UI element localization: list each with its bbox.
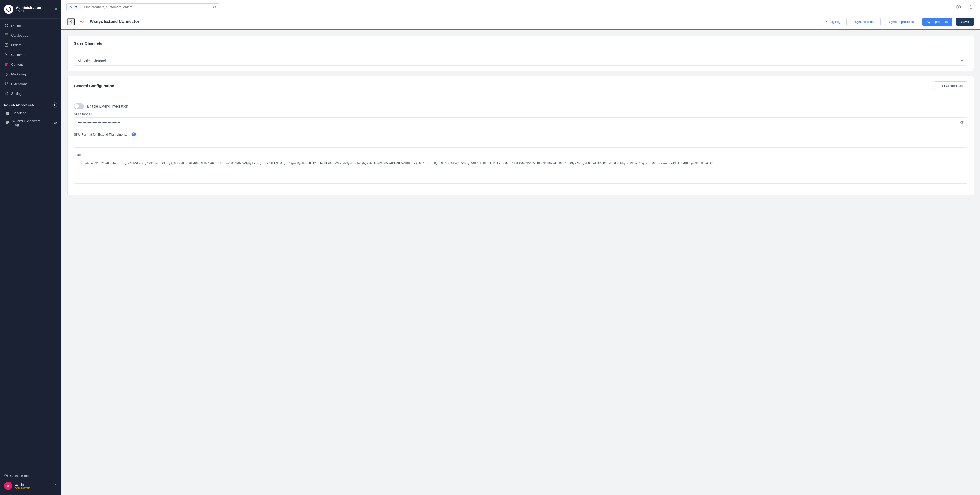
password-toggle-icon[interactable] [960, 120, 964, 125]
svg-rect-4 [5, 34, 8, 37]
general-config-card: General Configuration Test Credentials E… [67, 76, 974, 195]
search-container: All ▼ [66, 3, 220, 11]
sidebar-item-headless[interactable]: Headless [0, 109, 61, 117]
sidebar-item-catalogues[interactable]: Catalogues [0, 30, 61, 40]
api-store-id-input[interactable] [74, 118, 967, 127]
collapse-icon [4, 474, 8, 477]
svg-rect-1 [6, 24, 8, 25]
sales-channels-section-title: Sales Channels + [0, 98, 61, 109]
content-icon [4, 62, 9, 67]
svg-rect-12 [5, 65, 7, 65]
api-store-id-input-wrapper [74, 118, 967, 127]
sku-format-help-icon[interactable]: ? [132, 132, 136, 136]
sidebar-item-dashboard[interactable]: Dashboard [0, 21, 61, 30]
sidebar-item-content[interactable]: Content [0, 59, 61, 69]
svg-point-29 [213, 6, 216, 8]
svg-rect-13 [6, 75, 7, 76]
catalogues-icon [4, 33, 9, 38]
svg-rect-0 [5, 24, 6, 25]
svg-rect-2 [5, 26, 6, 27]
enable-toggle-label: Enable Extend Integration [87, 104, 128, 108]
back-button[interactable] [67, 18, 75, 25]
search-filter-button[interactable]: All ▼ [67, 3, 81, 11]
token-group: Token 6InZvdmFAd2Vic29sdXRpb25zbnljLmNvb… [74, 153, 967, 185]
general-config-header: General Configuration Test Credentials [68, 77, 974, 95]
sidebar-header: Administration 6.5.2.1 [0, 0, 61, 19]
extensions-icon [4, 81, 9, 86]
search-input[interactable] [81, 3, 210, 11]
sidebar-item-settings[interactable]: Settings [0, 89, 61, 98]
sync-products-button[interactable]: Sync products [922, 18, 952, 26]
enable-extend-toggle[interactable] [74, 104, 84, 109]
page-header: Wsnyc Extend Connector Debug Logs Synced… [61, 14, 980, 30]
token-textarea[interactable]: 6InZvdmFAd2Vic29sdXRpb25zbnljLmNvbSlsImF… [74, 158, 967, 184]
sidebar-item-label: Content [11, 62, 23, 66]
svg-rect-19 [6, 112, 8, 113]
svg-rect-24 [8, 121, 10, 123]
sidebar-item-wsnyc[interactable]: WSNYC Shopware Plugi... [0, 117, 61, 129]
user-role: Administrator [15, 486, 32, 489]
topbar: All ▼ ? [61, 0, 980, 14]
debug-logs-button[interactable]: Debug Logs [820, 18, 846, 26]
svg-rect-10 [5, 63, 8, 64]
search-button[interactable] [210, 3, 219, 11]
svg-rect-6 [5, 43, 8, 46]
sku-format-input[interactable] [74, 138, 967, 148]
general-config-title: General Configuration [74, 83, 114, 88]
sidebar-item-label: Extensions [11, 82, 27, 86]
save-button[interactable]: Save [956, 18, 974, 26]
sidebar: Administration 6.5.2.1 Dashboard [0, 0, 61, 495]
app-name: Administration [16, 6, 41, 10]
sales-channels-header: Sales Channels [68, 36, 974, 51]
svg-rect-20 [8, 112, 10, 113]
sidebar-item-orders[interactable]: Orders [0, 40, 61, 50]
token-label: Token [74, 153, 967, 156]
sidebar-item-customers[interactable]: Customers [0, 50, 61, 59]
sidebar-nav: Dashboard Catalogues Orders [0, 19, 61, 468]
add-sales-channel-icon[interactable]: + [52, 102, 57, 107]
marketing-icon [4, 72, 9, 77]
general-config-body: Enable Extend Integration API Store ID [68, 95, 974, 195]
sidebar-footer: Collapse menu A admin Administrator ⌃ [0, 468, 61, 495]
synced-orders-button[interactable]: Synced orders [851, 18, 881, 26]
sidebar-item-extensions[interactable]: Extensions [0, 79, 61, 89]
collapse-menu-button[interactable]: Collapse menu [4, 471, 57, 480]
sku-format-label: SKU Format for Extend Plan Line Item ? [74, 132, 967, 136]
app-version: 6.5.2.1 [16, 10, 41, 13]
content-area: Sales Channels All Sales ChannelsHeadles… [61, 30, 980, 495]
svg-point-17 [6, 93, 7, 94]
svg-rect-11 [5, 64, 7, 65]
notifications-button[interactable] [967, 3, 975, 11]
svg-rect-23 [6, 121, 8, 123]
synced-products-button[interactable]: Synced products [885, 18, 918, 26]
api-store-id-label: API Store ID [74, 112, 967, 116]
sales-channels-card: Sales Channels All Sales ChannelsHeadles… [67, 36, 974, 71]
settings-icon [4, 91, 9, 96]
svg-line-30 [215, 8, 216, 9]
svg-point-18 [5, 92, 8, 95]
enable-toggle-row: Enable Extend Integration [74, 101, 967, 112]
svg-rect-22 [8, 113, 10, 115]
sales-channel-select[interactable]: All Sales ChannelsHeadlessWSNYC Shopware… [74, 56, 967, 65]
sku-format-group: SKU Format for Extend Plan Line Item ? [74, 132, 967, 148]
plugin-icon [6, 121, 10, 125]
svg-rect-25 [6, 123, 8, 125]
test-credentials-button[interactable]: Test Credentials [934, 81, 967, 90]
sidebar-item-marketing[interactable]: Marketing [0, 69, 61, 79]
api-store-id-group: API Store ID [74, 112, 967, 127]
visibility-icon[interactable] [54, 121, 57, 125]
svg-point-33 [970, 8, 971, 9]
topbar-right: ? [955, 3, 975, 11]
toggle-knob [74, 104, 79, 109]
settings-gear-icon[interactable] [79, 18, 86, 25]
avatar: A [4, 482, 12, 490]
user-profile[interactable]: A admin Administrator ⌃ [4, 480, 57, 492]
sidebar-item-label: Settings [11, 92, 23, 96]
sidebar-item-label: Catalogues [11, 34, 28, 37]
status-indicator [55, 8, 57, 10]
svg-text:?: ? [958, 6, 959, 9]
svg-point-9 [6, 53, 7, 55]
help-button[interactable]: ? [955, 3, 963, 11]
sidebar-item-label: Orders [11, 43, 21, 47]
main-content: All ▼ ? [61, 0, 980, 495]
